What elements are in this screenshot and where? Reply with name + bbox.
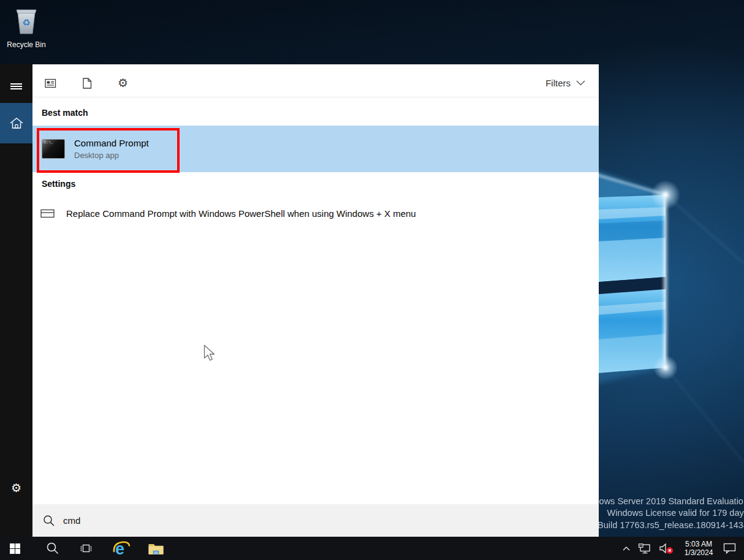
filters-dropdown[interactable]: Filters: [545, 78, 585, 88]
wired-network-icon: [638, 543, 651, 554]
settings-section-header: Settings: [42, 179, 75, 189]
watermark-line-3: Build 17763.rs5_release.180914-1434: [594, 520, 744, 532]
chevron-up-icon: [622, 546, 631, 551]
task-view-icon: [80, 543, 92, 553]
gear-icon: ⚙: [11, 481, 21, 495]
file-explorer-icon: [148, 542, 164, 555]
search-settings-button[interactable]: ⚙: [0, 475, 32, 500]
window-setting-icon: [40, 209, 55, 218]
network-status-button[interactable]: [638, 543, 651, 554]
clock-time: 5:03 AM: [681, 540, 716, 548]
menu-hamburger-button[interactable]: [0, 74, 32, 99]
filter-apps-button[interactable]: [45, 78, 56, 88]
taskbar: e: [0, 537, 744, 560]
home-tab-button[interactable]: [0, 103, 32, 143]
search-filter-bar: ⚙ Filters: [32, 64, 599, 97]
start-search-panel: ⚙: [0, 64, 599, 537]
search-input[interactable]: [63, 515, 492, 526]
gear-icon: ⚙: [118, 77, 128, 89]
internet-explorer-button[interactable]: e: [108, 537, 135, 560]
svg-text:♻: ♻: [22, 17, 30, 28]
task-view-button[interactable]: [72, 537, 99, 560]
tray-expand-button[interactable]: [622, 546, 631, 551]
file-explorer-button[interactable]: [142, 537, 169, 560]
volume-muted-button[interactable]: [659, 543, 674, 554]
action-center-button[interactable]: [723, 543, 736, 554]
recycle-bin-label: Recycle Bin: [6, 40, 47, 49]
apps-icon: [45, 78, 56, 88]
recycle-bin[interactable]: ♻ Recycle Bin: [6, 5, 47, 49]
filter-settings-button[interactable]: ⚙: [117, 77, 129, 89]
start-button[interactable]: [1, 537, 28, 560]
chevron-down-icon: [576, 80, 585, 86]
recycle-bin-icon: ♻: [12, 5, 40, 37]
system-tray: 5:03 AM 1/3/2024: [622, 537, 744, 560]
watermark-line-2: Windows License valid for 179 days: [594, 507, 744, 520]
command-prompt-icon: C:\_: [42, 139, 65, 159]
result-title: Command Prompt: [74, 138, 149, 148]
result-title: Replace Command Prompt with Windows Powe…: [66, 208, 416, 219]
document-icon: [82, 78, 92, 89]
taskbar-clock[interactable]: 5:03 AM 1/3/2024: [681, 540, 716, 557]
home-icon: [10, 117, 23, 129]
watermark-line-1: dows Server 2019 Standard Evaluation: [594, 496, 744, 508]
search-side-rail: ⚙: [0, 64, 32, 537]
internet-explorer-icon: e: [112, 539, 131, 558]
action-center-icon: [723, 543, 736, 554]
filters-label: Filters: [545, 78, 571, 88]
search-results-area: ⚙ Filters Best match C:\_ Command Prompt…: [32, 64, 599, 537]
desktop: ♻ Recycle Bin dows Server 2019 Standard …: [0, 0, 744, 560]
search-bar: [32, 504, 599, 537]
result-replace-powershell[interactable]: Replace Command Prompt with Windows Powe…: [32, 200, 599, 226]
filter-documents-button[interactable]: [81, 78, 93, 89]
search-icon: [46, 542, 59, 555]
result-command-prompt[interactable]: C:\_ Command Prompt Desktop app: [32, 126, 599, 172]
best-match-header: Best match: [42, 108, 88, 118]
clock-date: 1/3/2024: [681, 548, 716, 557]
result-subtitle: Desktop app: [74, 151, 149, 160]
windows-logo-icon: [10, 543, 20, 554]
license-watermark: dows Server 2019 Standard Evaluation Win…: [594, 496, 744, 532]
speaker-muted-icon: [659, 543, 674, 554]
search-icon: [43, 515, 55, 527]
taskbar-search-button[interactable]: [39, 537, 66, 560]
